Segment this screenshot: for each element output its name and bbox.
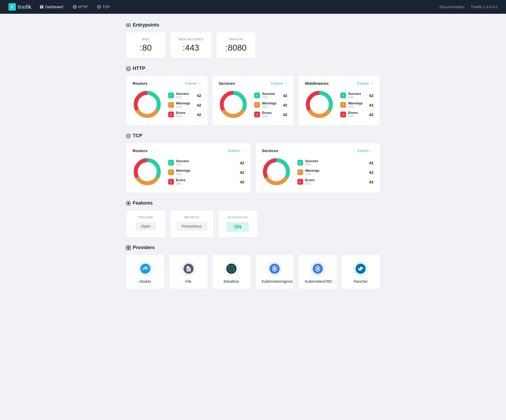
svg-point-86 (359, 267, 360, 269)
marathon-icon (224, 261, 239, 276)
provider-kubernetes-ingress: KubernetesIngress (255, 255, 294, 289)
svg-rect-55 (146, 267, 147, 268)
tcp-icon (97, 5, 101, 9)
tcp-routers-header: Routers Explore → (133, 148, 244, 153)
home-icon (40, 5, 43, 9)
http-middlewares-card: Middlewares Explore → (298, 76, 380, 126)
navbar: T træfik Dashboard HTTP TCP Documentatio… (0, 0, 506, 14)
entrypoints-icon (126, 23, 131, 28)
nav-link-http[interactable]: HTTP (71, 4, 90, 10)
http-services-legend: ✓ Success 33% 42 ! Warnings 33% 42 (254, 92, 287, 118)
svg-rect-53 (144, 267, 145, 268)
tcp-routers-explore[interactable]: Explore → (228, 149, 244, 153)
error-icon: ⚠ (168, 112, 174, 117)
http-cards-grid: Routers Explore → (126, 76, 380, 126)
nav-left: T træfik Dashboard HTTP TCP (8, 3, 112, 11)
version-link[interactable]: Traefik 2.0.0-rc1 (471, 5, 498, 9)
svg-point-19 (138, 95, 157, 114)
nav-right: Documentation Traefik 2.0.0-rc1 (439, 5, 498, 9)
error-icon: ⚠ (254, 112, 260, 117)
http-middlewares-chart (305, 90, 334, 120)
kubernetes-crd-icon (310, 261, 325, 276)
http-middlewares-body: ✓ Success 33% 42 ! Warnings 33% 42 (305, 90, 373, 120)
entrypoint-traefik: TRAEFIK :8080 (216, 32, 256, 58)
tcp-services-body: ✓ Success 33% 42 ! Warnings 33% 42 (262, 157, 374, 187)
warning-icon: ! (168, 169, 174, 175)
success-icon: ✓ (168, 92, 174, 98)
svg-point-24 (224, 95, 243, 114)
svg-rect-89 (361, 268, 362, 268)
feature-tracing: TRACING Zipkin (126, 210, 166, 237)
error-icon: ⚠ (340, 112, 346, 117)
warning-icon: ! (254, 102, 260, 108)
docs-link[interactable]: Documentation (439, 5, 464, 9)
docker-icon (138, 261, 153, 276)
legend-errors: ⚠ Errors 33% 42 (168, 111, 201, 118)
tcp-services-card: Services Explore → (255, 143, 380, 193)
http-services-chart (219, 90, 248, 120)
http-services-card: Services Explore → (212, 76, 294, 126)
warning-icon: ! (168, 102, 174, 108)
svg-rect-88 (359, 269, 360, 270)
http-icon (126, 66, 131, 71)
http-routers-header: Routers Explore → (133, 81, 201, 86)
provider-file: File (169, 255, 208, 289)
features-grid: TRACING Zipkin METRICS Prometheus ACCESS… (126, 210, 380, 237)
tcp-services-chart (262, 157, 291, 187)
nav-link-dashboard[interactable]: Dashboard (38, 4, 65, 10)
rancher-icon (353, 261, 368, 276)
svg-rect-48 (129, 248, 131, 250)
tcp-services-explore[interactable]: Explore → (357, 149, 373, 153)
main-content: Entrypoints WEB :80 WEB-SECURED :443 TRA… (94, 14, 412, 298)
svg-point-9 (98, 6, 100, 8)
file-icon (181, 261, 196, 276)
success-icon: ✓ (254, 92, 260, 98)
tcp-section-title: TCP (126, 133, 380, 139)
warning-icon: ! (340, 102, 346, 108)
svg-rect-2 (40, 7, 41, 8)
feature-accesslog: ACCESSLOG ON (218, 210, 258, 237)
svg-text:T: T (11, 5, 14, 9)
http-services-explore[interactable]: Explore → (271, 81, 287, 85)
entrypoint-web-secured: WEB-SECURED :443 (170, 32, 212, 58)
svg-rect-45 (126, 246, 128, 247)
entrypoint-web: WEB :80 (126, 32, 166, 58)
http-routers-card: Routers Explore → (126, 76, 208, 126)
provider-docker: Docker (126, 255, 165, 289)
svg-rect-51 (144, 268, 145, 269)
provider-rancher: Rancher (341, 255, 380, 289)
http-routers-explore[interactable]: Explore → (185, 81, 201, 85)
kubernetes-ingress-icon (267, 261, 282, 276)
providers-grid: Docker File (126, 255, 380, 289)
tcp-section-icon (126, 134, 131, 138)
providers-section-title: Providers (126, 245, 380, 250)
providers-icon (126, 245, 131, 250)
entrypoints-section-title: Entrypoints (126, 22, 380, 28)
success-icon: ✓ (168, 160, 174, 166)
http-middlewares-explore[interactable]: Explore → (357, 81, 373, 85)
logo: T træfik (8, 3, 31, 11)
tcp-services-header: Services Explore → (262, 148, 374, 153)
features-section-title: Features (126, 200, 380, 206)
tcp-routers-chart (133, 157, 162, 187)
success-icon: ✓ (340, 92, 346, 98)
warning-icon: ! (297, 169, 303, 175)
svg-rect-4 (40, 5, 41, 6)
http-services-header: Services Explore → (219, 81, 287, 86)
svg-point-44 (127, 202, 129, 204)
svg-rect-56 (145, 266, 146, 267)
nav-link-tcp[interactable]: TCP (95, 4, 112, 10)
features-icon (126, 201, 131, 206)
tcp-services-legend: ✓ Success 33% 42 ! Warnings 33% 42 (297, 159, 374, 185)
svg-point-32 (128, 135, 129, 136)
logo-icon: T (8, 3, 16, 11)
svg-rect-47 (126, 248, 128, 250)
provider-marathon: Marathon (212, 255, 251, 289)
legend-success: ✓ Success 33% 42 (168, 92, 201, 99)
svg-point-8 (97, 5, 101, 8)
tcp-routers-body: ✓ Success 33% 42 ! Warnings 33% 42 (133, 157, 244, 187)
svg-point-68 (274, 268, 276, 270)
entrypoints-grid: WEB :80 WEB-SECURED :443 TRAEFIK :8080 (126, 32, 380, 58)
svg-rect-3 (42, 5, 43, 8)
globe-icon (73, 5, 77, 9)
